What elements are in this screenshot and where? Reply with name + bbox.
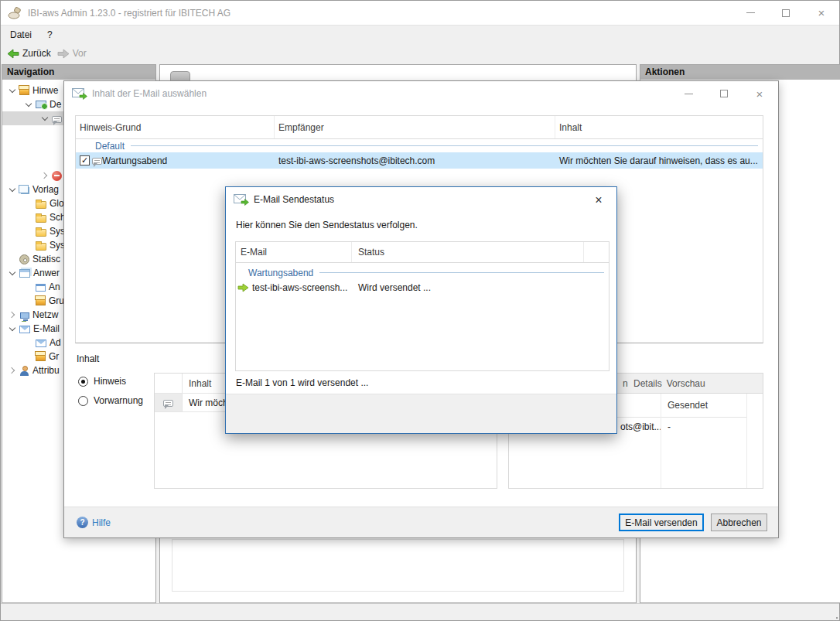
group-package-icon	[36, 298, 46, 305]
status-table-header: E-Mail Status	[236, 242, 609, 263]
tab-vorschau[interactable]: Vorschau	[667, 378, 705, 389]
dialog-close-button[interactable]: ×	[742, 85, 777, 102]
group-divider-line	[131, 145, 758, 146]
app-icon	[8, 6, 22, 20]
send-status-dialog: E-Mail Sendestatus × Hier können Sie den…	[225, 186, 617, 434]
email-send-icon	[234, 194, 249, 206]
content-empty-box	[172, 539, 624, 592]
radio-hinweis[interactable]	[78, 377, 88, 387]
status-table-row[interactable]: test-ibi-aws-screensh... Wird versendet …	[236, 279, 609, 296]
group-label: Default	[95, 141, 125, 152]
forward-label: Vor	[73, 48, 87, 59]
help-label: Hilfe	[92, 517, 111, 528]
column-email[interactable]: E-Mail	[236, 242, 352, 262]
folder-icon	[36, 201, 46, 209]
minimize-button[interactable]	[732, 1, 768, 25]
radio-row-hinweis: Hinweis	[78, 376, 126, 387]
column-status[interactable]: Status	[352, 242, 584, 262]
radio-row-vorwarnung: Vorwarnung	[78, 395, 143, 406]
status-close-button[interactable]: ×	[587, 192, 610, 209]
help-link[interactable]: ? Hilfe	[77, 517, 111, 528]
monitor-check-icon	[36, 101, 46, 108]
group-package-icon	[36, 353, 46, 361]
mail-icon	[19, 326, 30, 333]
close-icon: ×	[756, 88, 763, 100]
radio-vorwarnung[interactable]	[78, 396, 88, 406]
titlebar: IBI-aws Admin 1.23.0 - registriert für I…	[1, 1, 839, 25]
back-arrow-icon	[7, 49, 19, 59]
icon-column-header	[155, 374, 183, 393]
chevron-down-icon[interactable]	[7, 85, 18, 96]
inhalt-column-header[interactable]: Inhalt	[183, 374, 211, 393]
cancel-button[interactable]: Abbrechen	[711, 514, 767, 531]
dialog-minimize-button[interactable]	[671, 85, 706, 102]
status-dialog-title: E-Mail Sendestatus	[254, 194, 334, 205]
tab-details[interactable]: Details	[633, 378, 662, 389]
app-window: IBI-aws Admin 1.23.0 - registriert für I…	[0, 0, 840, 621]
person-icon	[19, 366, 29, 376]
menu-datei[interactable]: Datei	[1, 26, 39, 44]
select-dialog-titlebar: Inhalt der E-Mail auswählen ×	[64, 81, 778, 106]
back-label: Zurück	[22, 48, 51, 59]
folder-icon	[36, 243, 46, 251]
select-dialog-title: Inhalt der E-Mail auswählen	[92, 88, 207, 99]
group-row-default: Default	[76, 139, 763, 152]
tab-hidden-fragment[interactable]: n	[623, 378, 629, 389]
sending-arrow-icon	[237, 283, 249, 292]
table-row[interactable]: Wartungsabend test-ibi-aws-screenshots@i…	[76, 152, 763, 169]
statusbar	[1, 603, 839, 620]
forward-arrow-icon	[57, 49, 70, 59]
status-table: E-Mail Status Wartungsabend test-ibi-aws…	[235, 241, 610, 371]
row-reason: Wartungsabend	[102, 155, 167, 166]
folder-icon	[36, 229, 46, 237]
chevron-down-icon[interactable]	[7, 268, 18, 278]
status-dialog-titlebar: E-Mail Sendestatus ×	[226, 187, 616, 212]
preview-row-sent: -	[661, 418, 746, 436]
radio-hinweis-label: Hinweis	[94, 376, 126, 387]
group-label: Wartungsabend	[248, 268, 313, 278]
close-button[interactable]: ×	[804, 1, 839, 25]
maximize-icon	[782, 9, 790, 17]
forward-button[interactable]: Vor	[57, 48, 87, 59]
chevron-down-icon[interactable]	[7, 323, 18, 334]
chevron-down-icon[interactable]	[39, 113, 50, 124]
toolbar: Zurück Vor	[1, 44, 839, 63]
gesendet-column-header[interactable]: Gesendet	[661, 394, 746, 418]
maximize-icon	[720, 90, 728, 97]
templates-icon	[21, 187, 29, 194]
maximize-button[interactable]	[768, 1, 804, 25]
email-send-icon	[72, 88, 87, 100]
chevron-right-icon[interactable]	[39, 170, 50, 181]
row-content: Wir möchten Sie darauf hinweisen, dass e…	[555, 152, 763, 169]
send-email-button[interactable]: E-Mail versenden	[619, 514, 704, 531]
row-checkbox[interactable]	[80, 155, 90, 165]
chevron-down-icon[interactable]	[23, 99, 34, 110]
content-section-label: Inhalt	[77, 353, 99, 364]
actions-header: Aktionen	[640, 65, 840, 80]
back-button[interactable]: Zurück	[7, 48, 51, 59]
chevron-right-icon[interactable]	[7, 365, 18, 376]
menubar: Datei ?	[1, 25, 839, 44]
app-window-icon	[36, 284, 46, 292]
table-header-row: Hinweis-Grund Empfänger Inhalt	[76, 116, 763, 139]
chevron-right-icon[interactable]	[7, 309, 18, 320]
resize-grip-icon[interactable]	[833, 614, 835, 616]
notices-package-icon	[19, 87, 29, 95]
radio-vorwarnung-label: Vorwarnung	[94, 395, 143, 406]
menu-help[interactable]: ?	[39, 26, 60, 44]
status-subtitle: Hier können Sie den Sendestatus verfolge…	[236, 220, 418, 230]
column-empfaenger[interactable]: Empfänger	[275, 116, 555, 138]
column-hinweis-grund[interactable]: Hinweis-Grund	[76, 116, 275, 138]
chevron-down-icon[interactable]	[7, 184, 18, 195]
folder-icon	[36, 215, 46, 223]
navigation-header: Navigation	[2, 65, 155, 80]
column-inhalt[interactable]: Inhalt	[555, 116, 763, 138]
envelope-icon	[36, 340, 46, 347]
notice-chat-icon	[92, 158, 102, 165]
dialog-maximize-button[interactable]	[706, 85, 742, 102]
gear-icon	[19, 254, 29, 264]
help-icon: ?	[77, 517, 88, 528]
status-dialog-footer	[226, 394, 616, 433]
minimize-icon	[746, 12, 755, 13]
network-icon	[20, 312, 29, 319]
